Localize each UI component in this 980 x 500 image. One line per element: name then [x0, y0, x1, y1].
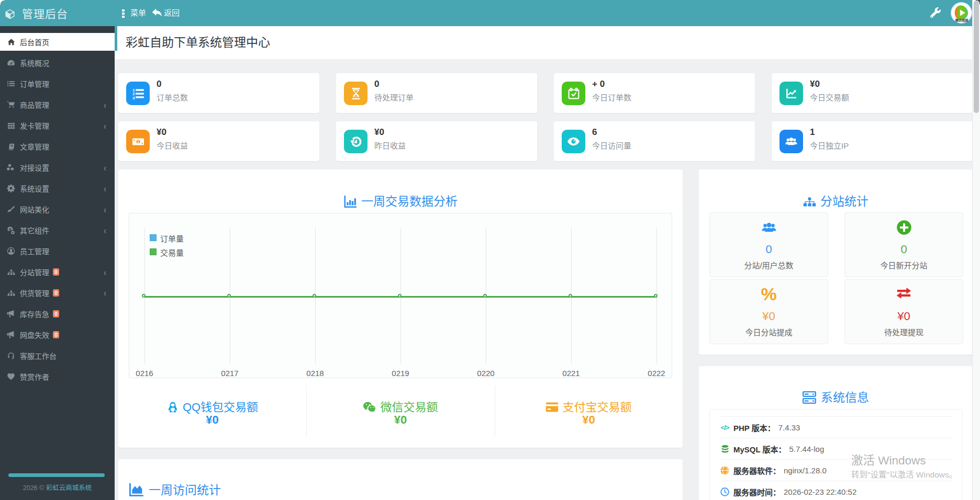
svg-text:腾讯视频: 腾讯视频 — [955, 18, 969, 22]
svg-text:1: 1 — [137, 139, 139, 144]
svg-text:3: 3 — [132, 95, 135, 100]
